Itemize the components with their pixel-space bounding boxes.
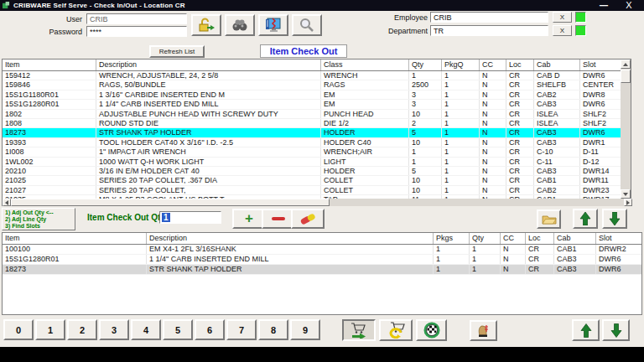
browse-button[interactable] [225,14,255,36]
column-header[interactable]: Pkgs [434,233,470,244]
table-row[interactable]: 15S1G1180R011 3/16" CARBIDE INSERTED END… [3,90,621,100]
instructions-box: 1) Adj Out Qty <-- 2) Adj Line Qty 3) Fi… [2,208,75,230]
triangle-right-icon [626,200,630,205]
column-header[interactable]: Cab [534,59,580,70]
login-button[interactable] [191,14,221,36]
scroll-left-button[interactable] [3,199,11,206]
user-input[interactable]: CRIB [86,13,187,24]
table-cell: 15S1G1280R01 [3,255,147,264]
table-row[interactable]: 1802ADJUSTABLE PUNCH HEAD WITH SCREWY DU… [3,110,621,119]
row-up-button[interactable] [573,209,598,229]
column-header[interactable]: Description [96,59,321,70]
table-row[interactable]: 159412WRENCH, ADJUSTABLE, 24, 2 5/8WRENC… [3,71,621,80]
password-input[interactable]: **** [86,26,187,37]
table-row[interactable]: 21025SERIES 20 TAP COLLET, .367 DIACOLLE… [3,176,621,185]
table-cell: 18273 [3,128,96,137]
table-row[interactable]: 15S1G1280R011 1/4" CARB INSERTED END MIL… [3,100,621,109]
table-cell: 1 [409,147,442,156]
employee-clear-button[interactable]: X [553,12,572,23]
scroll-up-button[interactable] [621,59,631,69]
row-down-button[interactable] [602,209,627,229]
add-button[interactable]: + [232,209,266,229]
digit-button-4[interactable]: 4 [131,319,161,340]
column-header[interactable]: Cab [554,233,596,244]
table-cell: 1 [470,255,501,264]
employee-input[interactable]: CRIB [430,12,548,23]
table-cell: 1 3/16" CARBIDE INSERTED END M [96,90,321,99]
table-cell: N [480,176,506,184]
minus-icon [272,216,285,221]
remove-button[interactable] [262,209,295,229]
department-clear-button[interactable]: X [553,25,572,36]
table-row[interactable]: 1I0081" IMPACT AIR WRENCHWRENCH;AIR11NCR… [3,147,621,157]
column-header[interactable]: CC [480,59,506,70]
column-header[interactable]: Item [3,59,96,70]
digit-button-5[interactable]: 5 [163,319,193,340]
digit-button-8[interactable]: 8 [258,319,288,340]
digit-button-2[interactable]: 2 [67,319,97,340]
column-header[interactable]: Class [321,59,409,70]
mode-title: Item Check Out [260,44,347,58]
report-button[interactable] [258,14,288,36]
table-row[interactable]: 21027SERIES 20 TAP COLLET,COLLET101NCRCA… [3,186,621,195]
table-cell: 15S1G1280R01 [3,100,96,108]
table-cell: 1 [442,186,480,194]
catalog-horizontal-scrollbar[interactable] [3,199,632,206]
column-header[interactable]: PkgQ [442,59,480,70]
table-row[interactable]: 1WL0021000 WATT Q-H WORK LIGHTLIGHT11NCR… [3,158,621,167]
scroll-right-button[interactable] [624,199,632,206]
minimize-button[interactable]: — [595,0,612,11]
column-header[interactable]: Qty [470,233,501,244]
column-header[interactable]: Loc [526,233,554,244]
table-row[interactable]: 1808ROUND STD DIEDIE 1/221NCRISLEASHLF2 [3,119,621,128]
table-row[interactable]: 100100EM X4-1 2FL 3/16SHANK11NCRCAB1DRWR… [3,245,641,255]
column-header[interactable]: Loc [506,59,534,70]
table-cell: CR [506,138,534,147]
open-order-button[interactable] [537,209,561,229]
close-button[interactable]: X [621,0,637,11]
digit-button-0[interactable]: 0 [3,319,34,340]
column-header[interactable]: Item [3,233,147,244]
digit-button-6[interactable]: 6 [195,319,225,340]
exit-button[interactable] [470,320,497,341]
search-button[interactable] [292,14,322,36]
table-cell: CAB3 [534,100,580,108]
checkout-button[interactable] [342,319,376,341]
table-row[interactable]: 202103/16 IN E/M HOLDER CAT 40HOLDER51NC… [3,167,621,176]
scroll-down-button[interactable] [621,189,631,199]
clear-qty-button[interactable] [291,209,325,229]
table-cell: 1 [442,138,480,147]
table-cell: DIE 1/2 [321,119,409,127]
table-cell: EM [321,90,409,99]
table-body: 159412WRENCH, ADJUSTABLE, 24, 2 5/8WRENC… [3,71,621,199]
catalog-vertical-scrollbar[interactable] [621,59,631,199]
scroll-thumb-horizontal[interactable] [11,199,330,206]
digit-button-9[interactable]: 9 [290,319,320,340]
title-bar[interactable]: CRIBWARE Self Serve - Check In/Out - Loc… [0,0,644,11]
table-cell: 100100 [3,245,147,254]
finish-button[interactable] [416,319,447,341]
column-header[interactable]: CC [501,233,526,244]
table-row[interactable]: 18273STR SHANK TAP HOLDERHOLDER51NCRCAB3… [3,128,621,137]
table-cell: 1 [442,119,480,127]
cart-down-button[interactable] [602,319,630,341]
department-input[interactable]: TR [430,25,548,36]
qty-input[interactable]: 1 [159,211,221,224]
column-header[interactable]: Slot [596,233,641,244]
refresh-list-button[interactable]: Refresh List [149,45,205,58]
column-header[interactable]: Description [147,233,434,244]
table-row[interactable]: 159846RAGS, 50/BUNDLERAGS25001NCRSHELFBC… [3,80,621,90]
table-row[interactable]: 15S1G1280R011 1/4" CARB INSERTED END MIL… [3,255,641,265]
checkin-button[interactable] [379,319,413,341]
table-cell: CR [506,186,534,194]
table-row[interactable]: 19393TOOL HOLDER CAT40 X 3/16" I.D. -2.5… [3,138,621,147]
digit-button-7[interactable]: 7 [226,319,257,340]
column-header[interactable]: Qty [409,59,442,70]
digit-button-3[interactable]: 3 [99,319,129,340]
cart-up-button[interactable] [572,319,600,341]
digit-button-1[interactable]: 1 [35,319,65,340]
table-row[interactable]: 18273STR SHANK TAP HOLDER11NCRCAB3DWR6 [3,265,641,275]
column-header[interactable]: Slot [580,59,621,70]
table-cell: N [480,90,506,99]
scroll-thumb[interactable] [621,70,631,83]
